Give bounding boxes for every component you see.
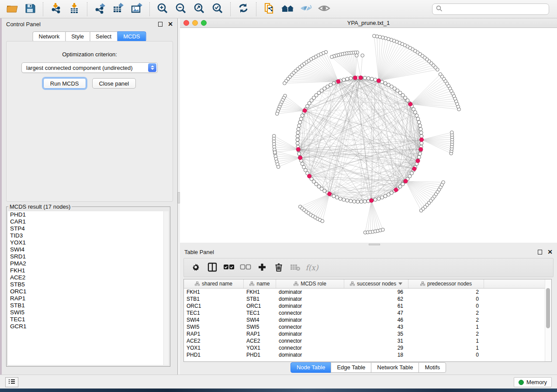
tab-network-table[interactable]: Network Table — [371, 362, 419, 373]
memory-status-icon — [519, 380, 524, 385]
show-all-button[interactable] — [315, 1, 333, 17]
first-neighbors-button[interactable] — [278, 1, 297, 17]
horizontal-splitter[interactable] — [180, 243, 557, 246]
mcds-result-item[interactable]: STB1 — [8, 302, 169, 309]
open-file-button[interactable] — [3, 1, 21, 17]
table-row[interactable]: RAP1RAP1dominator352 — [184, 330, 551, 337]
mcds-result-item[interactable]: SWI5 — [8, 309, 169, 316]
export-table-button[interactable] — [109, 1, 128, 17]
float-panel-icon[interactable] — [538, 250, 542, 254]
attribute-tree-icon — [249, 282, 254, 286]
column-header-mcds-role[interactable]: MCDS role — [276, 279, 344, 288]
close-panel-icon[interactable]: ✕ — [168, 21, 173, 27]
mcds-result-item[interactable]: SRD1 — [8, 253, 169, 260]
zoom-in-button[interactable] — [153, 1, 172, 17]
result-list-scrollbar[interactable] — [163, 211, 169, 365]
deselect-all-button[interactable] — [239, 260, 252, 275]
mcds-result-item[interactable]: STB5 — [8, 281, 169, 288]
mcds-result-item[interactable]: YOX1 — [8, 239, 169, 246]
mcds-result-item[interactable]: RAP1 — [8, 295, 169, 302]
mcds-result-item[interactable]: ORC1 — [8, 288, 169, 295]
eye-slash-icon — [299, 3, 312, 15]
column-header-successor-nodes[interactable]: successor nodes — [344, 279, 408, 288]
table-row[interactable]: FKH1FKH1dominator962 — [184, 289, 551, 296]
table-row[interactable]: SWI5SWI5connector431 — [184, 323, 551, 330]
refresh-button[interactable] — [234, 1, 253, 17]
import-network-button[interactable] — [47, 1, 65, 17]
refresh-icon — [237, 2, 249, 16]
column-header-name[interactable]: name — [244, 279, 276, 288]
table-row[interactable]: ACE2ACE2connector311 — [184, 337, 551, 344]
delete-column-button[interactable] — [272, 260, 285, 275]
mcds-result-item[interactable]: TEC1 — [8, 316, 169, 323]
run-mcds-button[interactable]: Run MCDS — [43, 78, 86, 89]
mcds-result-item[interactable]: STP4 — [8, 225, 169, 232]
splitter-handle[interactable] — [369, 244, 380, 245]
select-all-button[interactable] — [222, 260, 235, 275]
network-title: YPA_prune.txt_1 — [180, 20, 557, 26]
mcds-result-item[interactable]: GCR1 — [8, 323, 169, 330]
export-image-button[interactable] — [128, 1, 146, 17]
hide-selected-button[interactable] — [297, 1, 315, 17]
mcds-result-items: PHD1CAR1STP4TID3YOX1SWI4SRD1PMA2FKH1ACE2… — [8, 211, 169, 330]
mcds-panel: Optimization criterion: largest connecte… — [6, 41, 173, 202]
table-scrollbar[interactable] — [545, 279, 551, 361]
scrollbar-thumb[interactable] — [546, 288, 550, 328]
network-titlebar[interactable]: YPA_prune.txt_1 — [180, 18, 557, 28]
table-cell: SWI5 — [244, 323, 276, 330]
clone-network-button[interactable] — [260, 1, 278, 17]
tab-network[interactable]: Network — [32, 31, 66, 42]
table-cell: YOX1 — [244, 344, 276, 351]
table-cell: 1 — [408, 344, 484, 351]
table-row[interactable]: STB1STB1dominator620 — [184, 296, 551, 303]
export-network-button[interactable] — [91, 1, 109, 17]
table-cell: FKH1 — [184, 289, 244, 296]
tab-edge-table[interactable]: Edge Table — [331, 362, 371, 373]
column-layout-button[interactable] — [206, 260, 219, 275]
mcds-result-item[interactable]: CAR1 — [8, 218, 169, 225]
table-toolbar: f(x) — [183, 258, 554, 277]
import-table-button[interactable] — [65, 1, 83, 17]
tab-motifs[interactable]: Motifs — [419, 362, 446, 373]
main-toolbar — [0, 0, 557, 18]
tab-node-table[interactable]: Node Table — [291, 362, 332, 373]
mcds-result-item[interactable]: ACE2 — [8, 274, 169, 281]
table-row[interactable]: YOX1YOX1connector291 — [184, 344, 551, 351]
table-row[interactable]: ORC1ORC1dominator610 — [184, 303, 551, 309]
status-menu-button[interactable] — [5, 377, 18, 387]
tab-mcds[interactable]: MCDS — [117, 31, 146, 42]
close-panel-icon[interactable]: ✕ — [547, 249, 553, 255]
save-session-button[interactable] — [21, 1, 39, 17]
float-panel-icon[interactable] — [158, 22, 163, 27]
tab-select[interactable]: Select — [90, 31, 118, 42]
table-cell: ACE2 — [184, 337, 244, 344]
table-cell: 2 — [408, 316, 484, 323]
network-canvas[interactable] — [180, 28, 557, 243]
mcds-result-item[interactable]: PHD1 — [8, 211, 169, 218]
control-panel-header: Control Panel ✕ — [2, 18, 177, 30]
table-settings-button[interactable] — [189, 260, 202, 275]
column-header-shared-name[interactable]: shared name — [184, 279, 244, 288]
memory-button[interactable]: Memory — [514, 377, 552, 387]
columns-icon — [208, 262, 217, 273]
zoom-out-button[interactable] — [172, 1, 190, 17]
close-panel-button[interactable]: Close panel — [92, 78, 136, 89]
mcds-result-item[interactable]: PMA2 — [8, 260, 169, 267]
criterion-dropdown[interactable]: largest connected component (undirected) — [21, 62, 158, 73]
table-row[interactable]: SWI4SWI4dominator462 — [184, 316, 551, 323]
tab-style[interactable]: Style — [65, 31, 90, 42]
mcds-result-item[interactable]: TID3 — [8, 232, 169, 239]
node-table: shared namenameMCDS rolesuccessor nodesp… — [183, 279, 552, 362]
table-row[interactable]: PHD1PHD1dominator180 — [184, 351, 551, 358]
table-row[interactable]: TEC1TEC1connector472 — [184, 309, 551, 316]
table-cell: 61 — [344, 303, 408, 309]
search-input[interactable] — [445, 6, 545, 13]
column-header-predecessor-nodes[interactable]: predecessor nodes — [408, 279, 484, 288]
add-column-button[interactable] — [256, 260, 269, 275]
mcds-result-item[interactable]: SWI4 — [8, 246, 169, 253]
zoom-fit-button[interactable] — [190, 1, 208, 17]
table-cell: SWI4 — [184, 316, 244, 323]
zoom-selected-button[interactable] — [208, 1, 227, 17]
mcds-result-item[interactable]: FKH1 — [8, 267, 169, 274]
checked-checkboxes-icon — [223, 264, 235, 272]
